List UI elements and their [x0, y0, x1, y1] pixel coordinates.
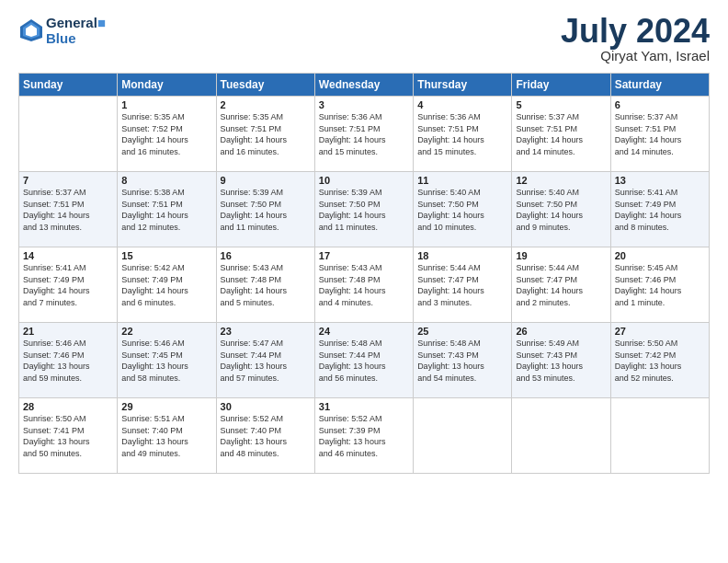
calendar-cell: 4Sunrise: 5:36 AM Sunset: 7:51 PM Daylig… [414, 97, 512, 172]
day-info: Sunrise: 5:35 AM Sunset: 7:52 PM Dayligh… [121, 111, 211, 157]
day-info: Sunrise: 5:41 AM Sunset: 7:49 PM Dayligh… [23, 262, 113, 308]
day-number: 8 [121, 175, 211, 186]
calendar-cell: 27Sunrise: 5:50 AM Sunset: 7:42 PM Dayli… [610, 323, 709, 398]
day-number: 4 [417, 99, 507, 110]
day-info: Sunrise: 5:40 AM Sunset: 7:50 PM Dayligh… [417, 187, 507, 233]
day-info: Sunrise: 5:44 AM Sunset: 7:47 PM Dayligh… [516, 262, 606, 308]
calendar-cell: 10Sunrise: 5:39 AM Sunset: 7:50 PM Dayli… [314, 172, 413, 247]
day-info: Sunrise: 5:37 AM Sunset: 7:51 PM Dayligh… [615, 111, 705, 157]
calendar-cell: 8Sunrise: 5:38 AM Sunset: 7:51 PM Daylig… [118, 172, 216, 247]
day-info: Sunrise: 5:43 AM Sunset: 7:48 PM Dayligh… [319, 262, 409, 308]
calendar-cell: 13Sunrise: 5:41 AM Sunset: 7:49 PM Dayli… [610, 172, 709, 247]
day-number: 18 [417, 250, 507, 261]
calendar-cell: 22Sunrise: 5:46 AM Sunset: 7:45 PM Dayli… [118, 323, 216, 398]
day-number: 1 [121, 99, 211, 110]
day-number: 3 [319, 99, 409, 110]
day-number: 29 [121, 401, 211, 412]
day-number: 21 [23, 326, 113, 337]
day-info: Sunrise: 5:50 AM Sunset: 7:42 PM Dayligh… [615, 338, 705, 384]
day-number: 27 [615, 326, 705, 337]
logo: General■ Blue [18, 15, 106, 46]
day-info: Sunrise: 5:38 AM Sunset: 7:51 PM Dayligh… [121, 187, 211, 233]
calendar-cell: 25Sunrise: 5:48 AM Sunset: 7:43 PM Dayli… [414, 323, 512, 398]
day-number: 16 [221, 250, 311, 261]
day-number: 17 [319, 250, 409, 261]
calendar-cell: 5Sunrise: 5:37 AM Sunset: 7:51 PM Daylig… [512, 97, 610, 172]
col-friday: Friday [512, 74, 610, 97]
calendar-cell: 16Sunrise: 5:43 AM Sunset: 7:48 PM Dayli… [216, 247, 314, 323]
calendar-table: Sunday Monday Tuesday Wednesday Thursday… [18, 73, 710, 474]
day-info: Sunrise: 5:37 AM Sunset: 7:51 PM Dayligh… [23, 187, 113, 233]
day-info: Sunrise: 5:36 AM Sunset: 7:51 PM Dayligh… [319, 111, 409, 157]
calendar-week-1: 1Sunrise: 5:35 AM Sunset: 7:52 PM Daylig… [19, 97, 710, 172]
day-info: Sunrise: 5:46 AM Sunset: 7:46 PM Dayligh… [23, 338, 113, 384]
day-number: 14 [23, 250, 113, 261]
calendar-cell: 30Sunrise: 5:52 AM Sunset: 7:40 PM Dayli… [216, 398, 314, 474]
calendar-cell: 29Sunrise: 5:51 AM Sunset: 7:40 PM Dayli… [118, 398, 216, 474]
col-saturday: Saturday [610, 74, 709, 97]
day-number: 15 [121, 250, 211, 261]
day-info: Sunrise: 5:52 AM Sunset: 7:39 PM Dayligh… [319, 413, 409, 459]
day-info: Sunrise: 5:50 AM Sunset: 7:41 PM Dayligh… [23, 413, 113, 459]
location: Qiryat Yam, Israel [561, 48, 710, 63]
calendar-cell: 15Sunrise: 5:42 AM Sunset: 7:49 PM Dayli… [118, 247, 216, 323]
calendar-cell: 24Sunrise: 5:48 AM Sunset: 7:44 PM Dayli… [314, 323, 413, 398]
col-thursday: Thursday [414, 74, 512, 97]
day-info: Sunrise: 5:48 AM Sunset: 7:44 PM Dayligh… [319, 338, 409, 384]
day-number: 31 [319, 401, 409, 412]
logo-icon [18, 17, 44, 43]
day-number: 30 [221, 401, 311, 412]
day-number: 7 [23, 175, 113, 186]
calendar-cell [610, 398, 709, 474]
calendar-cell: 11Sunrise: 5:40 AM Sunset: 7:50 PM Dayli… [414, 172, 512, 247]
calendar-cell: 14Sunrise: 5:41 AM Sunset: 7:49 PM Dayli… [19, 247, 118, 323]
day-info: Sunrise: 5:51 AM Sunset: 7:40 PM Dayligh… [121, 413, 211, 459]
day-info: Sunrise: 5:43 AM Sunset: 7:48 PM Dayligh… [221, 262, 311, 308]
day-number: 10 [319, 175, 409, 186]
day-info: Sunrise: 5:52 AM Sunset: 7:40 PM Dayligh… [221, 413, 311, 459]
title-area: July 2024 Qiryat Yam, Israel [561, 15, 710, 63]
col-wednesday: Wednesday [314, 74, 413, 97]
day-number: 13 [615, 175, 705, 186]
col-tuesday: Tuesday [216, 74, 314, 97]
day-number: 23 [221, 326, 311, 337]
calendar-cell: 28Sunrise: 5:50 AM Sunset: 7:41 PM Dayli… [19, 398, 118, 474]
day-info: Sunrise: 5:36 AM Sunset: 7:51 PM Dayligh… [417, 111, 507, 157]
day-number: 24 [319, 326, 409, 337]
calendar-cell: 7Sunrise: 5:37 AM Sunset: 7:51 PM Daylig… [19, 172, 118, 247]
day-number: 6 [615, 99, 705, 110]
calendar-cell: 21Sunrise: 5:46 AM Sunset: 7:46 PM Dayli… [19, 323, 118, 398]
col-monday: Monday [118, 74, 216, 97]
day-info: Sunrise: 5:48 AM Sunset: 7:43 PM Dayligh… [417, 338, 507, 384]
day-info: Sunrise: 5:37 AM Sunset: 7:51 PM Dayligh… [516, 111, 606, 157]
day-number: 11 [417, 175, 507, 186]
calendar-cell: 3Sunrise: 5:36 AM Sunset: 7:51 PM Daylig… [314, 97, 413, 172]
day-info: Sunrise: 5:41 AM Sunset: 7:49 PM Dayligh… [615, 187, 705, 233]
day-number: 26 [516, 326, 606, 337]
day-number: 12 [516, 175, 606, 186]
day-info: Sunrise: 5:47 AM Sunset: 7:44 PM Dayligh… [221, 338, 311, 384]
calendar-cell [512, 398, 610, 474]
col-sunday: Sunday [19, 74, 118, 97]
day-number: 9 [221, 175, 311, 186]
calendar-cell: 1Sunrise: 5:35 AM Sunset: 7:52 PM Daylig… [118, 97, 216, 172]
calendar-cell: 19Sunrise: 5:44 AM Sunset: 7:47 PM Dayli… [512, 247, 610, 323]
calendar-cell: 26Sunrise: 5:49 AM Sunset: 7:43 PM Dayli… [512, 323, 610, 398]
calendar-week-2: 7Sunrise: 5:37 AM Sunset: 7:51 PM Daylig… [19, 172, 710, 247]
calendar-cell: 18Sunrise: 5:44 AM Sunset: 7:47 PM Dayli… [414, 247, 512, 323]
day-info: Sunrise: 5:40 AM Sunset: 7:50 PM Dayligh… [516, 187, 606, 233]
day-number: 28 [23, 401, 113, 412]
calendar-cell: 6Sunrise: 5:37 AM Sunset: 7:51 PM Daylig… [610, 97, 709, 172]
calendar-cell: 23Sunrise: 5:47 AM Sunset: 7:44 PM Dayli… [216, 323, 314, 398]
month-title: July 2024 [561, 15, 710, 48]
day-info: Sunrise: 5:39 AM Sunset: 7:50 PM Dayligh… [221, 187, 311, 233]
page: General■ Blue July 2024 Qiryat Yam, Isra… [0, 0, 728, 483]
day-info: Sunrise: 5:35 AM Sunset: 7:51 PM Dayligh… [221, 111, 311, 157]
day-number: 20 [615, 250, 705, 261]
calendar-cell [19, 97, 118, 172]
day-number: 5 [516, 99, 606, 110]
calendar-cell: 20Sunrise: 5:45 AM Sunset: 7:46 PM Dayli… [610, 247, 709, 323]
day-info: Sunrise: 5:45 AM Sunset: 7:46 PM Dayligh… [615, 262, 705, 308]
calendar-cell: 17Sunrise: 5:43 AM Sunset: 7:48 PM Dayli… [314, 247, 413, 323]
day-info: Sunrise: 5:49 AM Sunset: 7:43 PM Dayligh… [516, 338, 606, 384]
